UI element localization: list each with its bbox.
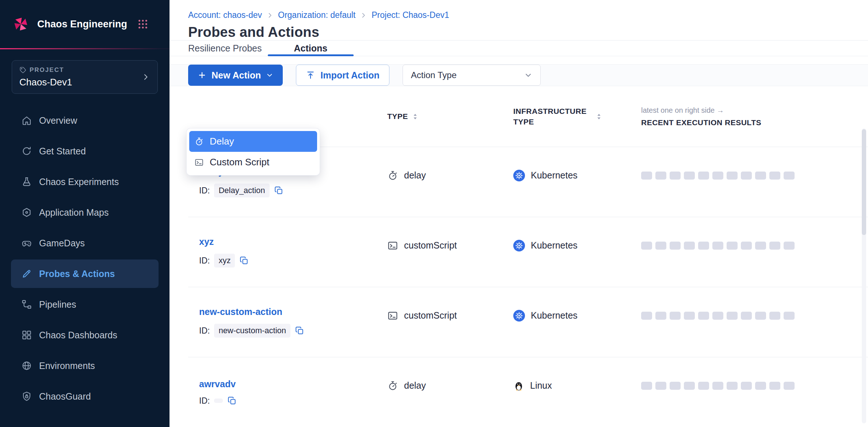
infrastructure-cell: Linux xyxy=(513,380,641,391)
stopwatch-icon xyxy=(194,137,204,146)
recent-execution-results xyxy=(641,172,868,180)
new-action-button[interactable]: New Action xyxy=(188,65,283,86)
sidebar-item-gamedays[interactable]: GameDays xyxy=(11,229,159,257)
sort-icon[interactable] xyxy=(596,113,602,120)
breadcrumb-account-link[interactable]: Account: chaos-dev xyxy=(188,10,262,20)
sidebar-item-application-maps[interactable]: Application Maps xyxy=(11,198,159,227)
infrastructure-text: Linux xyxy=(530,380,552,391)
table-row: xyz ID: xyz customScript Kubernetes xyxy=(188,217,868,287)
module-switcher-icon[interactable] xyxy=(137,19,148,30)
execution-result-placeholder xyxy=(784,312,795,320)
sort-icon[interactable] xyxy=(412,113,418,120)
menu-item-label: Custom Script xyxy=(210,157,269,168)
sidebar-nav: Overview Get Started Chaos Experiments A… xyxy=(0,106,170,411)
sidebar-item-probes-actions[interactable]: Probes & Actions xyxy=(11,259,159,288)
scrollbar-thumb[interactable] xyxy=(862,129,866,235)
execution-result-placeholder xyxy=(684,382,695,390)
page-title: Probes and Actions xyxy=(188,24,853,40)
sidebar-item-environments[interactable]: Environments xyxy=(11,351,159,380)
action-id-chip xyxy=(214,399,223,403)
sidebar: Chaos Engineering PROJECT Chaos-Dev1 Ove… xyxy=(0,0,170,427)
sidebar-item-chaos-dashboards[interactable]: Chaos Dashboards xyxy=(11,321,159,349)
sidebar-item-overview[interactable]: Overview xyxy=(11,106,159,135)
sidebar-item-label: Chaos Dashboards xyxy=(39,330,117,341)
tabs: Resilience Probes Actions xyxy=(170,41,868,56)
copy-icon[interactable] xyxy=(239,256,249,265)
module-title: Chaos Engineering xyxy=(37,19,130,30)
copy-icon[interactable] xyxy=(227,396,237,405)
execution-result-placeholder xyxy=(641,312,652,320)
stopwatch-icon xyxy=(387,380,398,391)
execution-result-placeholder xyxy=(670,172,681,180)
execution-result-placeholder xyxy=(769,382,780,390)
breadcrumb-project-link[interactable]: Project: Chaos-Dev1 xyxy=(372,10,449,20)
action-name-link[interactable]: xyz xyxy=(199,236,214,247)
app: Chaos Engineering PROJECT Chaos-Dev1 Ove… xyxy=(0,0,868,427)
tab-actions[interactable]: Actions xyxy=(268,41,354,56)
get-started-icon xyxy=(21,146,32,157)
column-header-type[interactable]: TYPE xyxy=(387,112,513,121)
project-selector[interactable]: PROJECT Chaos-Dev1 xyxy=(12,60,158,94)
execution-result-placeholder xyxy=(741,172,752,180)
id-label: ID: xyxy=(199,186,210,196)
project-tag-icon xyxy=(19,66,26,73)
application-maps-icon xyxy=(21,207,32,218)
execution-result-placeholder xyxy=(769,172,780,180)
results-cell xyxy=(641,172,868,180)
recent-results-note: latest one on right side → xyxy=(641,106,724,115)
execution-result-placeholder xyxy=(641,382,652,390)
execution-result-placeholder xyxy=(769,312,780,320)
action-id-chip: Delay_action xyxy=(214,184,269,197)
sidebar-item-label: Application Maps xyxy=(39,207,108,218)
results-cell xyxy=(641,312,868,320)
new-action-button-label: New Action xyxy=(212,70,261,81)
sidebar-item-get-started[interactable]: Get Started xyxy=(11,137,159,165)
sidebar-item-label: ChaosGuard xyxy=(39,391,91,402)
action-name-link[interactable]: awrvadv xyxy=(199,379,236,389)
execution-result-placeholder xyxy=(684,242,695,250)
sidebar-item-pipelines[interactable]: Pipelines xyxy=(11,290,159,319)
action-name-link[interactable]: new-custom-action xyxy=(199,307,282,317)
execution-result-placeholder xyxy=(755,382,766,390)
terminal-icon xyxy=(387,240,398,251)
sidebar-item-chaosguard[interactable]: ChaosGuard xyxy=(11,382,159,411)
execution-result-placeholder xyxy=(727,312,738,320)
action-type-select-value: Action Type xyxy=(411,70,457,80)
copy-icon[interactable] xyxy=(295,326,304,335)
menu-item-custom-script[interactable]: Custom Script xyxy=(189,152,317,173)
toolbar: New Action Import Action Action Type xyxy=(170,64,868,86)
import-action-button[interactable]: Import Action xyxy=(296,65,389,86)
column-header-infrastructure-type[interactable]: INFRASTRUCTURE TYPE xyxy=(513,106,641,127)
execution-result-placeholder xyxy=(784,242,795,250)
table-row: awrvadv ID: delay Linux xyxy=(188,357,868,427)
execution-result-placeholder xyxy=(670,312,681,320)
gamepad-icon xyxy=(21,238,32,249)
scrollbar[interactable] xyxy=(862,128,866,423)
shield-lock-icon xyxy=(21,391,32,402)
type-cell: delay xyxy=(387,380,513,391)
action-type-text: customScript xyxy=(404,310,457,321)
sidebar-item-label: Overview xyxy=(39,115,77,126)
execution-result-placeholder xyxy=(727,382,738,390)
tab-resilience-probes[interactable]: Resilience Probes xyxy=(188,41,262,56)
infrastructure-cell: Kubernetes xyxy=(513,240,641,251)
results-cell xyxy=(641,242,868,250)
action-type-text: customScript xyxy=(404,240,457,251)
execution-result-placeholder xyxy=(755,242,766,250)
linux-icon xyxy=(513,380,524,391)
execution-result-placeholder xyxy=(684,172,695,180)
execution-result-placeholder xyxy=(712,382,723,390)
type-cell: customScript xyxy=(387,310,513,321)
copy-icon[interactable] xyxy=(274,186,283,195)
type-cell: delay xyxy=(387,170,513,181)
project-name: Chaos-Dev1 xyxy=(19,77,141,88)
module-accent-line xyxy=(0,48,170,49)
execution-result-placeholder xyxy=(755,312,766,320)
menu-item-delay[interactable]: Delay xyxy=(189,131,317,152)
execution-result-placeholder xyxy=(684,312,695,320)
sidebar-item-label: GameDays xyxy=(39,238,85,249)
sidebar-item-chaos-experiments[interactable]: Chaos Experiments xyxy=(11,168,159,196)
execution-result-placeholder xyxy=(655,242,666,250)
breadcrumb-organization-link[interactable]: Organization: default xyxy=(278,10,355,20)
action-type-select[interactable]: Action Type xyxy=(403,65,541,86)
